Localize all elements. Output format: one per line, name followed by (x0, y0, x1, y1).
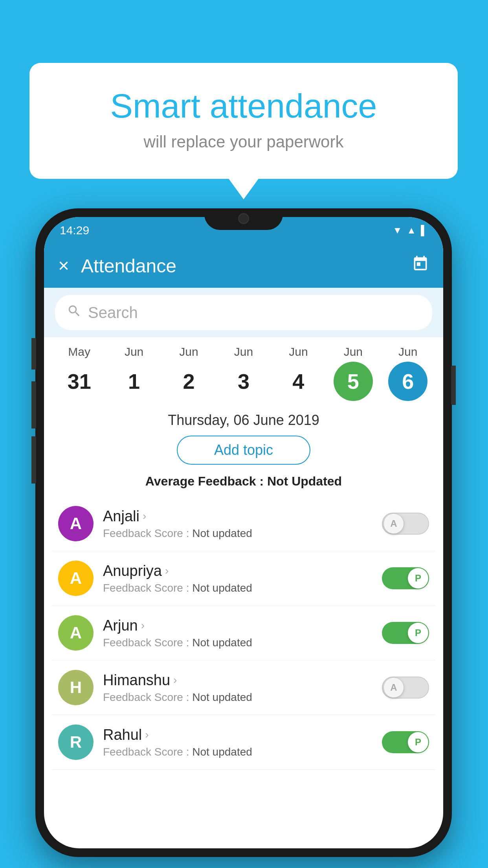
search-box[interactable]: Search (55, 295, 432, 330)
student-info: Arjun ›Feedback Score : Not updated (103, 617, 372, 649)
toggle-knob: A (383, 677, 404, 698)
attendance-toggle[interactable]: A (382, 513, 429, 535)
student-score: Feedback Score : Not updated (103, 691, 372, 704)
cal-month-label: Jun (289, 345, 308, 359)
chevron-icon: › (141, 619, 145, 632)
student-avatar: A (58, 506, 94, 541)
student-info: Himanshu ›Feedback Score : Not updated (103, 672, 372, 704)
student-name: Anupriya › (103, 563, 372, 579)
calendar-day-1[interactable]: Jun1 (110, 345, 158, 401)
student-name: Arjun › (103, 617, 372, 634)
student-item-2[interactable]: AArjun ›Feedback Score : Not updatedP (52, 606, 435, 660)
student-score: Feedback Score : Not updated (103, 636, 372, 649)
student-score: Feedback Score : Not updated (103, 582, 372, 594)
cal-month-label: Jun (179, 345, 198, 359)
attendance-toggle[interactable]: A (382, 677, 429, 699)
wifi-icon: ▼ (393, 225, 402, 236)
student-avatar: H (58, 670, 94, 705)
cal-month-label: Jun (234, 345, 253, 359)
volume-down-button (31, 436, 36, 484)
student-score: Feedback Score : Not updated (103, 527, 372, 540)
calendar-day-5[interactable]: Jun5 (330, 345, 377, 401)
front-camera (238, 213, 249, 224)
phone-screen: 14:29 ▼ ▲ ▌ × Attendance (44, 217, 443, 848)
student-item-0[interactable]: AAnjali ›Feedback Score : Not updatedA (52, 497, 435, 551)
cal-month-label: May (68, 345, 90, 359)
attendance-toggle[interactable]: P (382, 731, 429, 753)
cal-day-number: 3 (224, 362, 263, 401)
avg-feedback: Average Feedback : Not Updated (44, 474, 443, 489)
cal-day-number: 6 (388, 362, 427, 401)
search-placeholder: Search (88, 304, 138, 322)
volume-up-button (31, 381, 36, 428)
cal-day-number: 5 (334, 362, 373, 401)
search-container: Search (44, 288, 443, 337)
chevron-icon: › (145, 728, 149, 741)
calendar-day-6[interactable]: Jun6 (384, 345, 431, 401)
attendance-toggle[interactable]: P (382, 622, 429, 644)
cal-day-number: 31 (60, 362, 99, 401)
status-icons: ▼ ▲ ▌ (393, 225, 427, 236)
calendar-day-0[interactable]: May31 (56, 345, 103, 401)
student-avatar: A (58, 615, 94, 651)
app-title: Attendance (81, 255, 400, 277)
cal-month-label: Jun (344, 345, 363, 359)
student-item-1[interactable]: AAnupriya ›Feedback Score : Not updatedP (52, 551, 435, 606)
calendar-day-4[interactable]: Jun4 (275, 345, 322, 401)
calendar-day-2[interactable]: Jun2 (165, 345, 213, 401)
bubble-subtitle: will replace your paperwork (61, 132, 426, 151)
student-list: AAnjali ›Feedback Score : Not updatedAAA… (44, 497, 443, 770)
speech-bubble: Smart attendance will replace your paper… (29, 63, 458, 179)
cal-month-label: Jun (398, 345, 417, 359)
add-topic-button[interactable]: Add topic (177, 436, 310, 465)
cal-day-number: 4 (279, 362, 318, 401)
student-name: Himanshu › (103, 672, 372, 689)
avg-feedback-label: Average Feedback : (145, 474, 264, 488)
chevron-icon: › (143, 510, 146, 522)
phone-notch (204, 208, 283, 230)
student-score: Feedback Score : Not updated (103, 746, 372, 758)
calendar-icon[interactable] (412, 255, 429, 276)
calendar-day-3[interactable]: Jun3 (220, 345, 267, 401)
cal-month-label: Jun (125, 345, 143, 359)
toggle-knob: P (408, 732, 428, 752)
selected-date: Thursday, 06 June 2019 (44, 401, 443, 436)
battery-icon: ▌ (421, 225, 427, 236)
chevron-icon: › (165, 565, 169, 577)
avg-feedback-value: Not Updated (267, 474, 342, 488)
toggle-knob: P (408, 568, 428, 588)
search-icon (67, 303, 82, 322)
volume-mute-button (31, 338, 36, 370)
calendar-row: May31Jun1Jun2Jun3Jun4Jun5Jun6 (44, 337, 443, 401)
toggle-knob: P (408, 623, 428, 643)
attendance-toggle[interactable]: P (382, 567, 429, 589)
student-info: Rahul ›Feedback Score : Not updated (103, 726, 372, 758)
cal-day-number: 2 (169, 362, 209, 401)
student-avatar: A (58, 561, 94, 596)
student-info: Anupriya ›Feedback Score : Not updated (103, 563, 372, 594)
bubble-title: Smart attendance (61, 86, 426, 125)
toggle-knob: A (383, 513, 404, 534)
student-name: Anjali › (103, 508, 372, 525)
student-item-4[interactable]: RRahul ›Feedback Score : Not updatedP (52, 715, 435, 770)
phone-device: 14:29 ▼ ▲ ▌ × Attendance (35, 208, 452, 857)
app-bar: × Attendance (44, 244, 443, 288)
power-button (451, 366, 456, 405)
signal-icon: ▲ (407, 225, 416, 236)
phone-outer: 14:29 ▼ ▲ ▌ × Attendance (35, 208, 452, 857)
student-name: Rahul › (103, 726, 372, 743)
cal-day-number: 1 (114, 362, 154, 401)
close-button[interactable]: × (58, 256, 69, 275)
status-time: 14:29 (60, 224, 89, 237)
chevron-icon: › (173, 674, 177, 686)
student-item-3[interactable]: HHimanshu ›Feedback Score : Not updatedA (52, 660, 435, 715)
student-info: Anjali ›Feedback Score : Not updated (103, 508, 372, 540)
student-avatar: R (58, 725, 94, 760)
